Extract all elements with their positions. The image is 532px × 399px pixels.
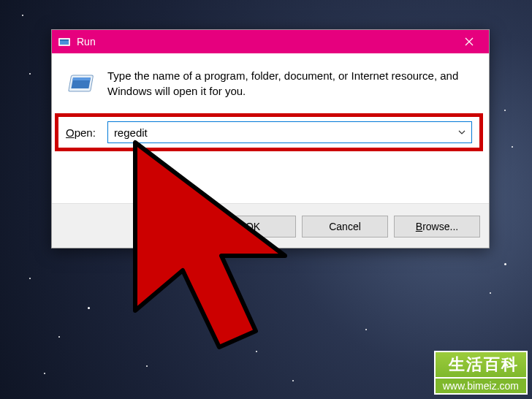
run-titlebar-icon — [58, 35, 71, 48]
dialog-title: Run — [77, 36, 452, 48]
watermark-url: www.bimeiz.com — [434, 379, 528, 395]
close-button[interactable] — [452, 30, 486, 53]
open-combobox[interactable] — [107, 121, 472, 143]
dialog-description: Type the name of a program, folder, docu… — [107, 68, 474, 99]
svg-rect-2 — [60, 39, 69, 41]
open-input-highlight: Open: — [55, 113, 483, 151]
ok-button[interactable]: OK — [210, 216, 296, 238]
chevron-down-icon — [458, 130, 466, 134]
dialog-buttons: OK Cancel Browse... — [52, 203, 489, 248]
svg-rect-7 — [72, 77, 91, 80]
dropdown-button[interactable] — [452, 130, 471, 134]
browse-button[interactable]: Browse... — [394, 216, 480, 238]
open-label: Open: — [66, 126, 96, 139]
run-dialog: Run Type the name of a program, folder, … — [51, 29, 490, 248]
watermark: 生活百科 www.bimeiz.com — [434, 351, 528, 395]
watermark-title: 生活百科 — [434, 351, 528, 379]
cancel-button[interactable]: Cancel — [302, 216, 388, 238]
open-input[interactable] — [108, 126, 452, 139]
close-icon — [465, 37, 474, 46]
titlebar[interactable]: Run — [52, 30, 489, 53]
run-dialog-icon — [66, 69, 96, 99]
